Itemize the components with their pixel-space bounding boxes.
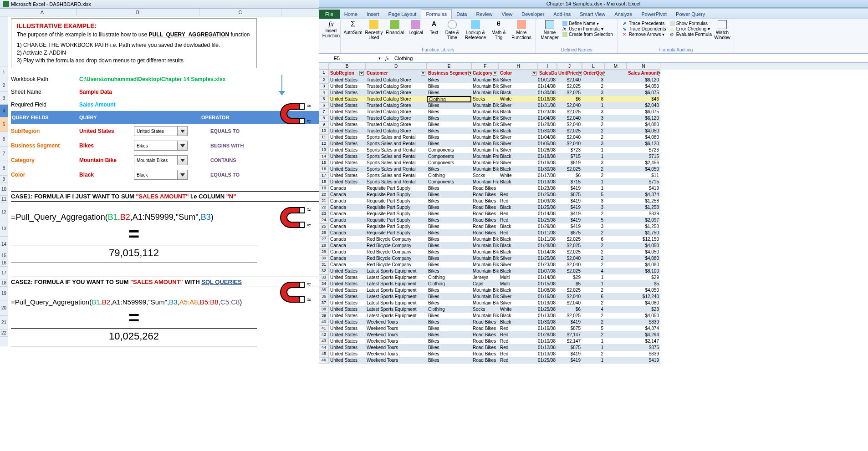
table-row[interactable]: 4United StatesTrusted Catalog StoreBikes… [319, 90, 868, 96]
cell[interactable]: $4,080 [627, 255, 660, 262]
name-box[interactable]: E5 [319, 56, 355, 61]
cell[interactable]: $4,050 [627, 313, 660, 319]
cell[interactable]: $6,120 [627, 141, 660, 147]
cell[interactable]: Requisite Part Supply [365, 204, 427, 211]
table-row[interactable]: 30CanadaRed Bicycle CompanyBikesMountain… [319, 255, 868, 262]
cell[interactable]: Clothing [427, 306, 471, 313]
cell[interactable] [605, 300, 627, 306]
cell[interactable]: 6 [582, 236, 605, 243]
cell[interactable]: Weekend Tours [365, 345, 427, 351]
cell[interactable]: Sports Sales and Rental [365, 166, 427, 172]
cell[interactable]: 2 [582, 332, 605, 338]
cell[interactable]: Requisite Part Supply [365, 223, 427, 230]
show-formulas-button[interactable]: Show Formulas [670, 21, 712, 26]
cell[interactable]: Red [499, 192, 538, 198]
cell[interactable]: Black [499, 249, 538, 255]
cell[interactable]: United States [329, 179, 365, 185]
cell[interactable]: United States [329, 325, 365, 332]
define-name-button[interactable]: Define Name ▾ [562, 21, 613, 26]
cell[interactable]: Sports Sales and Rental [365, 141, 427, 147]
filter-icon[interactable] [578, 71, 582, 76]
col-header-b[interactable]: B [329, 63, 365, 70]
table-row[interactable]: 28CanadaRed Bicycle CompanyBikesMountain… [319, 243, 868, 249]
redo-icon[interactable]: ↷ [343, 1, 347, 7]
cell[interactable] [605, 319, 627, 325]
cell[interactable]: Silver [499, 255, 538, 262]
table-row[interactable]: 45United StatesWeekend ToursBikesRoad Bi… [319, 351, 868, 357]
cell[interactable]: $723 [627, 147, 660, 153]
cell[interactable]: United States [329, 319, 365, 325]
cell[interactable]: Mountain Bikes [471, 268, 499, 274]
table-row[interactable]: 2United StatesTrusted Catalog StoreBikes… [319, 77, 868, 83]
chevron-down-icon[interactable] [177, 156, 187, 165]
cell[interactable]: Sports Sales and Rental [365, 153, 427, 160]
cell[interactable]: Bikes [427, 185, 471, 192]
cell[interactable]: Sports Sales and Rental [365, 134, 427, 141]
cell[interactable]: Road Bikes [471, 345, 499, 351]
cell[interactable]: Black [499, 204, 538, 211]
cell[interactable]: 2 [582, 300, 605, 306]
cell[interactable]: 01/14/08 [538, 83, 557, 90]
cell[interactable]: $2,025 [557, 243, 582, 249]
cell[interactable]: Mountain Bikes [471, 90, 499, 96]
table-row[interactable]: 32United StatesLatest Sports EquipmentBi… [319, 268, 868, 274]
cell[interactable]: Bikes [427, 223, 471, 230]
cell[interactable] [605, 313, 627, 319]
cell[interactable]: $419 [557, 198, 582, 204]
cell[interactable]: Black [499, 223, 538, 230]
cell[interactable]: Sports Sales and Rental [365, 172, 427, 179]
cell[interactable]: 1 [582, 185, 605, 192]
table-row[interactable]: 7United StatesTrusted Catalog StoreBikes… [319, 109, 868, 115]
cell[interactable]: 01/04/08 [538, 134, 557, 141]
cell[interactable]: Red [499, 325, 538, 332]
cell[interactable]: 2 [582, 262, 605, 268]
tab-powerpivot[interactable]: PowerPivot [637, 10, 671, 19]
cell[interactable]: White [499, 96, 538, 102]
cell[interactable]: United States [329, 109, 365, 115]
cell[interactable]: 01/25/08 [538, 204, 557, 211]
table-row[interactable]: 12United StatesSports Sales and RentalBi… [319, 141, 868, 147]
table-row[interactable]: 3United StatesTrusted Catalog StoreBikes… [319, 83, 868, 90]
cell[interactable]: 2 [582, 83, 605, 90]
cell[interactable]: 01/25/08 [538, 217, 557, 223]
cell[interactable]: 2 [582, 255, 605, 262]
cell[interactable]: $12,240 [627, 294, 660, 300]
cell[interactable]: 2 [582, 313, 605, 319]
cell[interactable]: Clothing [427, 172, 471, 179]
lookup-button[interactable]: Lookup & Reference [464, 20, 487, 40]
cell[interactable]: 01/30/08 [538, 319, 557, 325]
formula-input[interactable]: Clothing [392, 56, 868, 61]
cell[interactable]: $4,050 [627, 249, 660, 255]
cell[interactable]: 01/25/08 [538, 255, 557, 262]
cell[interactable]: $5 [627, 281, 660, 287]
cell[interactable] [605, 306, 627, 313]
cell[interactable]: $2,025 [557, 166, 582, 172]
cell[interactable]: 5 [582, 325, 605, 332]
col-header-c[interactable]: C [199, 9, 281, 16]
cell[interactable]: Trusted Catalog Store [365, 115, 427, 122]
cell[interactable]: Latest Sports Equipment [365, 274, 427, 281]
cell[interactable]: $419 [557, 204, 582, 211]
cell[interactable]: Road Bikes [471, 223, 499, 230]
cell[interactable]: United States [329, 268, 365, 274]
col-header-a[interactable]: A [8, 9, 77, 16]
cell[interactable]: United States [329, 338, 365, 345]
cell[interactable] [605, 262, 627, 268]
cell[interactable]: Silver [499, 141, 538, 147]
cell[interactable] [605, 338, 627, 345]
cell[interactable]: United States [329, 313, 365, 319]
cell[interactable]: United States [329, 306, 365, 313]
cell[interactable]: United States [329, 90, 365, 96]
col-header-l[interactable]: L [582, 63, 605, 70]
cell[interactable] [605, 325, 627, 332]
cell[interactable]: $419 [557, 211, 582, 217]
cell[interactable]: 1 [582, 357, 605, 364]
cell[interactable]: Silver [499, 147, 538, 153]
cell[interactable]: $2,025 [557, 236, 582, 243]
cell[interactable]: Mountain Bikes [471, 77, 499, 83]
cell[interactable]: Jerseys [471, 274, 499, 281]
cell[interactable]: $4,080 [627, 262, 660, 268]
cell[interactable]: Black [499, 179, 538, 185]
cell[interactable] [605, 211, 627, 217]
cell[interactable]: Bikes [427, 294, 471, 300]
